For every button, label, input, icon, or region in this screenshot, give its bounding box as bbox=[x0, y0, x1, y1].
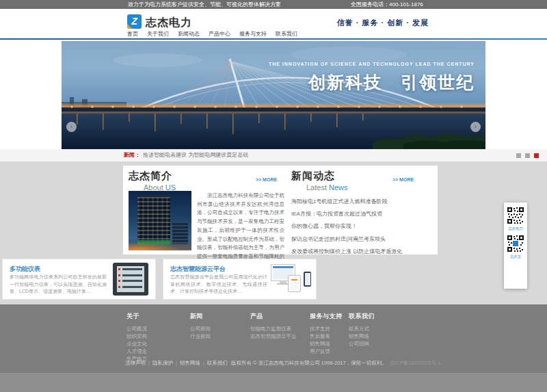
banner-subtitle: THE INNOVATION OF SCIENCE AND TECHNOLOGY… bbox=[269, 62, 475, 66]
legal-bar: 法律声明|隐私保护|销售网络|联系我们 版权所有 © 浙江志杰电力科技有限公司 … bbox=[0, 358, 547, 368]
news-ticker-bar: 新闻： 推进智能电表建设 为智能电网建设奠定基础 bbox=[0, 149, 547, 161]
main-nav: 首页 关于我们 新闻动态 产品中心 服务与支持 联系我们 bbox=[127, 30, 297, 38]
footer-link[interactable]: 销售网络 bbox=[310, 340, 343, 348]
footer-link[interactable]: 人才理念 bbox=[126, 348, 147, 355]
footer-link[interactable]: 企业文化 bbox=[126, 340, 147, 348]
bottom-strip bbox=[0, 373, 547, 392]
phone-screen bbox=[305, 273, 310, 285]
footer-link[interactable]: 销售网络 bbox=[349, 332, 375, 340]
legal-link[interactable]: 法律声明 bbox=[125, 360, 146, 366]
about-section: 志杰简介 About US >> MORE 浙江志杰电力科技有限公司位于杭州市萧… bbox=[129, 170, 284, 250]
legal-links: 法律声明|隐私保护|销售网络|联系我们 bbox=[125, 358, 228, 368]
carousel-prev-icon[interactable]: ‹ bbox=[66, 122, 77, 132]
carousel-next-icon[interactable]: › bbox=[470, 122, 481, 132]
carousel-dot[interactable] bbox=[525, 153, 530, 158]
footer-link[interactable]: 公司新闻 bbox=[190, 325, 211, 332]
news-list: 海阳核电1号机组正式进入燃料准备阶段 IEA月报：电力投资首次超过油气投资 你的… bbox=[291, 196, 432, 258]
page: 致力于为电力系统客户提供安全、节能、可视化的整体解决方案 全国服务电话：400-… bbox=[0, 0, 547, 392]
news-item[interactable]: IEA月报：电力投资首次超过油气投资 bbox=[291, 211, 382, 217]
building-tower bbox=[137, 197, 170, 245]
nav-item-about[interactable]: 关于我们 bbox=[147, 30, 169, 38]
footer-link[interactable]: 志杰智慧能源云平台 bbox=[250, 332, 297, 340]
banner-title: 创新科技 引领世纪 bbox=[269, 71, 475, 94]
qr-float-widget: 志杰电力 志杰云 bbox=[504, 202, 527, 289]
product-title[interactable]: 多功能仪表 bbox=[10, 265, 40, 274]
logo-corner-accent bbox=[127, 24, 132, 29]
carousel-dot[interactable] bbox=[516, 153, 521, 158]
nav-item-products[interactable]: 产品中心 bbox=[209, 30, 230, 38]
footer-col-contact: 联系我们 联系方式 销售网络 公司招聘 bbox=[349, 312, 375, 348]
qr-label: 志杰云 bbox=[505, 254, 526, 259]
main-section: 志杰简介 About US >> MORE 浙江志杰电力科技有限公司位于杭州市萧… bbox=[0, 161, 547, 304]
header-tagline: 信誉 · 服务 · 创新 · 发展 bbox=[337, 18, 429, 28]
hero-banner: THE INNOVATION OF SCIENCE AND TECHNOLOGY… bbox=[62, 41, 485, 149]
nav-item-news[interactable]: 新闻动态 bbox=[178, 30, 200, 38]
footer-col-products: 产品 智能电力监测仪表 志杰智慧能源云平台 bbox=[250, 312, 297, 340]
footer-link[interactable]: 售后服务 bbox=[310, 332, 343, 340]
company-name[interactable]: 志杰电力 bbox=[146, 16, 192, 30]
service-phone: 全国服务电话：400-101-1876 bbox=[351, 0, 423, 9]
footer-link[interactable]: 行业新闻 bbox=[190, 332, 211, 340]
nav-item-support[interactable]: 服务与支持 bbox=[239, 30, 267, 38]
product-description: 志杰智慧能源云平台是我公司应用现代化的计算机网络技术、数字信息技术、无线通信技术… bbox=[170, 274, 267, 296]
legal-link[interactable]: 联系我们 bbox=[207, 360, 228, 366]
footer-link[interactable]: 技术支持 bbox=[310, 325, 343, 332]
about-more-link[interactable]: >> MORE bbox=[256, 177, 277, 182]
legal-link[interactable]: 隐私保护 bbox=[152, 360, 173, 366]
carousel-dot-active[interactable] bbox=[534, 153, 539, 158]
content-panel: 志杰简介 About US >> MORE 浙江志杰电力科技有限公司位于杭州市萧… bbox=[123, 166, 438, 254]
cloud-platform-devices-image bbox=[271, 263, 312, 296]
power-meter-image bbox=[110, 263, 151, 296]
footer-link[interactable]: 智能电力监测仪表 bbox=[250, 325, 297, 332]
news-item[interactable]: 海阳核电1号机组正式进入燃料准备阶段 bbox=[291, 198, 387, 205]
news-subtitle: Latest News bbox=[306, 183, 432, 192]
site-header: Z 志杰电力 信誉 · 服务 · 创新 · 发展 首页 关于我们 新闻动态 产品… bbox=[0, 9, 547, 40]
news-item[interactable]: 发改委或将控制煤价上涨 以防止煤电矛盾激化 bbox=[291, 248, 402, 254]
footer-link[interactable]: 组织架构 bbox=[126, 332, 147, 340]
footer-link[interactable]: 联系方式 bbox=[349, 325, 375, 332]
product-card-cloud-platform[interactable]: 志杰智慧能源云平台 志杰智慧能源云平台是我公司应用现代化的计算机网络技术、数字信… bbox=[163, 259, 317, 300]
qr-code-icon bbox=[507, 207, 524, 224]
footer-link[interactable]: 公司概况 bbox=[126, 325, 147, 332]
meter-digit-rows bbox=[122, 268, 142, 290]
news-section: 新闻动态 Latest News >> MORE 海阳核电1号机组正式进入燃料准… bbox=[291, 170, 432, 258]
qr-code-icon bbox=[507, 235, 524, 252]
tablet-screen bbox=[290, 277, 299, 290]
logo-icon[interactable]: Z bbox=[127, 14, 142, 29]
icp-number: 浙ICP备18015505号-1 bbox=[390, 360, 441, 366]
footer-link[interactable]: 用户反馈 bbox=[310, 348, 343, 355]
footer-col-news: 新闻 公司新闻 行业新闻 bbox=[190, 312, 211, 340]
news-item[interactable]: 你的微心愿，我帮你实现！ bbox=[291, 223, 357, 229]
devices-mockup bbox=[271, 263, 312, 296]
top-bar: 致力于为电力系统客户提供安全、节能、可视化的整体解决方案 全国服务电话：400-… bbox=[0, 0, 547, 9]
product-description: 多功能网络电力仪表系列公司自主研发的最新一代智能电力仪表，可以实现遥测、自动化测… bbox=[10, 274, 107, 296]
tablet-device bbox=[288, 275, 301, 292]
news-item[interactable]: 探访总书记走过的村庄|河南兰考东坝头 bbox=[291, 236, 386, 242]
copyright-text: 版权所有 © 浙江志杰电力科技有限公司 1998-2017，保留一切权利。浙IC… bbox=[231, 358, 441, 368]
tablet-accent-bar bbox=[291, 279, 297, 280]
footer-col-support: 服务与支持 技术支持 售后服务 销售网络 用户反馈 bbox=[310, 312, 343, 355]
building-glow bbox=[129, 241, 191, 250]
phone-device bbox=[304, 272, 311, 287]
meter-led-column bbox=[118, 268, 120, 290]
logo-letter: Z bbox=[131, 16, 137, 27]
carousel-dots bbox=[516, 153, 539, 158]
product-card-meter[interactable]: 多功能仪表 多功能网络电力仪表系列公司自主研发的最新一代智能电力仪表，可以实现遥… bbox=[2, 259, 156, 300]
company-building-photo[interactable] bbox=[129, 191, 191, 250]
top-slogan: 致力于为电力系统客户提供安全、节能、可视化的整体解决方案 bbox=[128, 0, 281, 9]
header-accent-line bbox=[0, 38, 547, 40]
ticker-label: 新闻： bbox=[124, 149, 140, 161]
meter-screen bbox=[117, 266, 144, 292]
nav-item-home[interactable]: 首页 bbox=[127, 30, 138, 38]
legal-link[interactable]: 销售网络 bbox=[180, 360, 200, 366]
nav-item-contact[interactable]: 联系我们 bbox=[276, 30, 297, 38]
footer-col-about: 关于 公司概况 组织架构 企业文化 人才理念 生产能力 bbox=[126, 312, 147, 363]
bridge-photo bbox=[62, 41, 485, 149]
banner-text-block: THE INNOVATION OF SCIENCE AND TECHNOLOGY… bbox=[269, 62, 475, 94]
footer-link[interactable]: 公司招聘 bbox=[349, 340, 375, 348]
meter-body bbox=[113, 263, 148, 296]
product-title[interactable]: 志杰智慧能源云平台 bbox=[170, 265, 226, 274]
ticker-headline-link[interactable]: 推进智能电表建设 为智能电网建设奠定基础 bbox=[143, 149, 248, 161]
qr-label: 志杰电力 bbox=[505, 226, 526, 231]
news-more-link[interactable]: >> MORE bbox=[392, 177, 414, 182]
